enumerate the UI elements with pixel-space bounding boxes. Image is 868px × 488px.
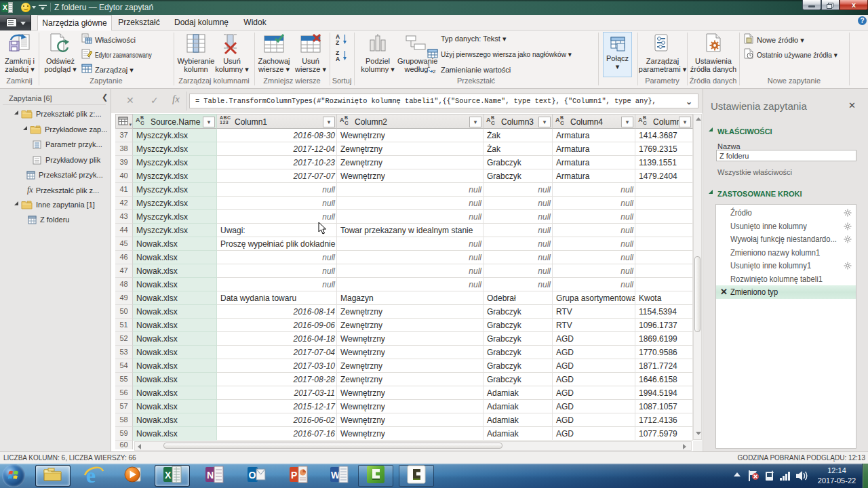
svg-text:P: P [291,470,297,481]
svg-text:O: O [249,470,256,481]
svg-text:X: X [165,470,172,481]
svg-text:Z: Z [336,39,339,45]
svg-text:1: 1 [427,63,431,69]
svg-text:A: A [336,56,340,62]
svg-text:N: N [207,470,214,481]
